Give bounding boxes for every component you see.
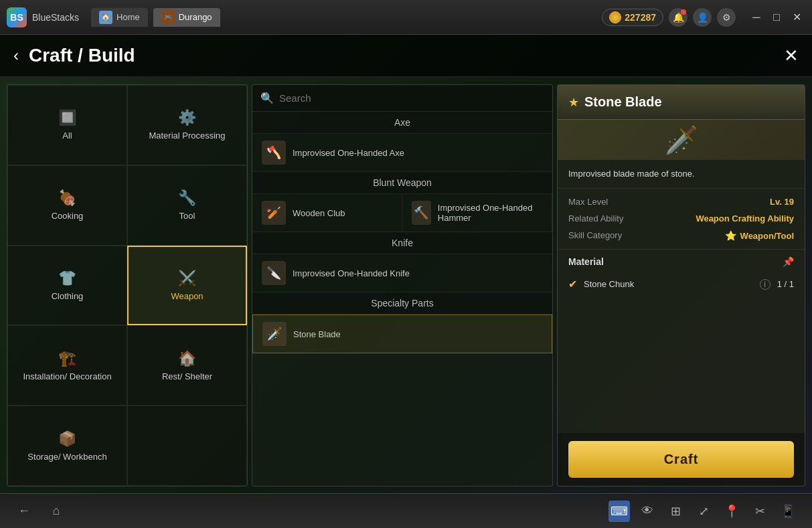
skill-category-row: Skill Category ⭐ Weapon/Tool — [568, 230, 794, 241]
close-button[interactable]: ✕ — [784, 46, 799, 66]
section-axe: Axe — [252, 112, 552, 134]
home-tab-label: Home — [116, 12, 140, 22]
location-icon[interactable]: 📍 — [721, 501, 742, 522]
settings-icon[interactable]: ⚙ — [717, 8, 736, 27]
bluestacks-logo: BS — [7, 7, 27, 27]
skill-category-text: Weapon/Tool — [740, 231, 794, 241]
detail-image: 🗡️ — [558, 120, 805, 160]
clothing-label: Clothing — [52, 291, 84, 301]
section-knife: Knife — [252, 232, 552, 254]
tool-label: Tool — [179, 211, 195, 221]
profile-icon[interactable]: 👤 — [693, 8, 712, 27]
related-ability-value: Weapon Crafting Ability — [696, 213, 794, 224]
list-item-wooden-club[interactable]: 🏏 Wooden Club — [252, 194, 402, 232]
window-controls: ─ □ ✕ — [748, 9, 805, 26]
rest-shelter-label: Rest/ Shelter — [162, 371, 212, 381]
coins-display: 227287 — [602, 9, 663, 26]
max-level-label: Max Level — [568, 197, 608, 207]
material-title: Material — [568, 256, 604, 267]
scissors-icon[interactable]: ✂ — [749, 501, 770, 522]
category-rest-shelter[interactable]: 🏠 Rest/ Shelter — [127, 325, 247, 406]
item-name-club: Wooden Club — [293, 208, 345, 218]
check-icon: ✔ — [568, 278, 577, 290]
item-star-icon: ★ — [568, 95, 579, 110]
multi-window-icon[interactable]: ⊞ — [665, 501, 686, 522]
material-name: Stone Chunk — [584, 279, 753, 289]
material-count: 1 / 1 — [777, 279, 794, 289]
detail-header: ★ Stone Blade — [558, 85, 805, 120]
item-name-hammer: Improvised One-Handed Hammer — [438, 203, 542, 223]
category-material-processing[interactable]: ⚙️ Material Processing — [127, 85, 247, 165]
craft-button-area: Craft — [558, 433, 805, 486]
category-storage[interactable]: 📦 Storage/ Workbench — [7, 406, 127, 486]
home-nav-icon[interactable]: ⌂ — [46, 501, 67, 522]
minimize-button[interactable]: ─ — [748, 9, 765, 26]
window-close-button[interactable]: ✕ — [788, 9, 805, 26]
mobile-icon[interactable]: 📱 — [777, 501, 799, 522]
item-icon-axe: 🪓 — [262, 141, 286, 165]
keyboard-icon[interactable]: ⌨ — [608, 501, 630, 522]
category-clothing[interactable]: 👕 Clothing — [7, 246, 127, 326]
category-tool[interactable]: 🔧 Tool — [127, 165, 247, 246]
material-header: Material 📌 — [568, 256, 794, 267]
cooking-label: Cooking — [52, 211, 84, 221]
detail-description: Improvised blade made of stone. — [558, 160, 805, 189]
coin-icon — [609, 11, 621, 23]
material-processing-icon: ⚙️ — [178, 109, 196, 126]
notification-bell[interactable]: 🔔 — [669, 8, 687, 27]
item-icon-hammer: 🔨 — [412, 201, 431, 225]
bottom-right-controls: ⌨ 👁 ⊞ ⤢ 📍 ✂ 📱 — [608, 501, 799, 522]
material-stone-chunk: ✔ Stone Chunk i 1 / 1 — [568, 274, 794, 294]
category-weapon[interactable]: ⚔️ Weapon — [127, 246, 247, 326]
material-processing-label: Material Processing — [149, 130, 225, 141]
category-panel: 🔲 All ⚙️ Material Processing 🍖 Cooking 🔧… — [7, 84, 248, 487]
item-name-axe: Improvised One-Handed Axe — [293, 148, 404, 158]
info-icon[interactable]: i — [760, 279, 770, 290]
coins-value: 227287 — [625, 12, 656, 23]
max-level-row: Max Level Lv. 19 — [568, 197, 794, 207]
clothing-icon: 👕 — [58, 270, 76, 287]
brand-name: BlueStacks — [32, 12, 79, 23]
item-name-stone-blade: Stone Blade — [293, 329, 341, 339]
related-ability-row: Related Ability Weapon Crafting Ability — [568, 213, 794, 224]
item-name-knife: Improvised One-Handed Knife — [293, 268, 410, 278]
category-cooking[interactable]: 🍖 Cooking — [7, 165, 127, 246]
search-input[interactable] — [279, 92, 544, 104]
item-icon-knife: 🔪 — [262, 261, 286, 285]
installation-label: Installation/ Decoration — [23, 371, 111, 381]
pin-icon: 📌 — [783, 256, 794, 267]
weapon-label: Weapon — [171, 291, 203, 301]
section-blunt: Blunt Weapon — [252, 172, 552, 194]
category-all[interactable]: 🔲 All — [7, 85, 127, 165]
list-item-stone-blade[interactable]: 🗡️ Stone Blade — [252, 315, 552, 353]
bottom-bar: ← ⌂ ⌨ 👁 ⊞ ⤢ 📍 ✂ 📱 — [0, 493, 812, 528]
all-label: All — [62, 130, 72, 141]
all-icon: 🔲 — [58, 109, 76, 126]
items-list: Axe 🪓 Improvised One-Handed Axe Blunt We… — [252, 112, 552, 486]
game-tab-label: Durango — [179, 12, 212, 22]
skill-category-value: ⭐ Weapon/Tool — [725, 230, 794, 241]
weapon-icon: ⚔️ — [178, 270, 196, 287]
list-item-improvised-hammer[interactable]: 🔨 Improvised One-Handed Hammer — [402, 194, 552, 232]
section-specialty: Specialty Parts — [252, 292, 552, 315]
craft-button[interactable]: Craft — [568, 441, 794, 478]
fullscreen-icon[interactable]: ⤢ — [693, 501, 714, 522]
detail-title: Stone Blade — [584, 94, 662, 110]
bottom-left-controls: ← ⌂ — [13, 501, 67, 522]
tool-icon: 🔧 — [178, 189, 196, 207]
search-bar: 🔍 — [252, 85, 552, 112]
detail-panel: ★ Stone Blade 🗡️ Improvised blade made o… — [557, 84, 805, 487]
home-tab[interactable]: 🏠 Home — [91, 8, 148, 27]
maximize-button[interactable]: □ — [768, 9, 785, 26]
category-installation[interactable]: 🏗️ Installation/ Decoration — [7, 325, 127, 406]
eye-icon[interactable]: 👁 — [637, 501, 658, 522]
item-icon-club: 🏏 — [262, 201, 286, 225]
game-tab[interactable]: 🎮 Durango — [153, 8, 220, 27]
detail-stats: Max Level Lv. 19 Related Ability Weapon … — [558, 189, 805, 250]
craft-header: ‹ Craft / Build ✕ — [0, 35, 812, 78]
list-item-improvised-axe[interactable]: 🪓 Improvised One-Handed Axe — [252, 134, 552, 172]
game-icon: 🎮 — [161, 11, 175, 24]
back-nav-icon[interactable]: ← — [13, 501, 35, 522]
back-button[interactable]: ‹ — [13, 46, 19, 65]
list-item-improvised-knife[interactable]: 🔪 Improvised One-Handed Knife — [252, 254, 552, 292]
